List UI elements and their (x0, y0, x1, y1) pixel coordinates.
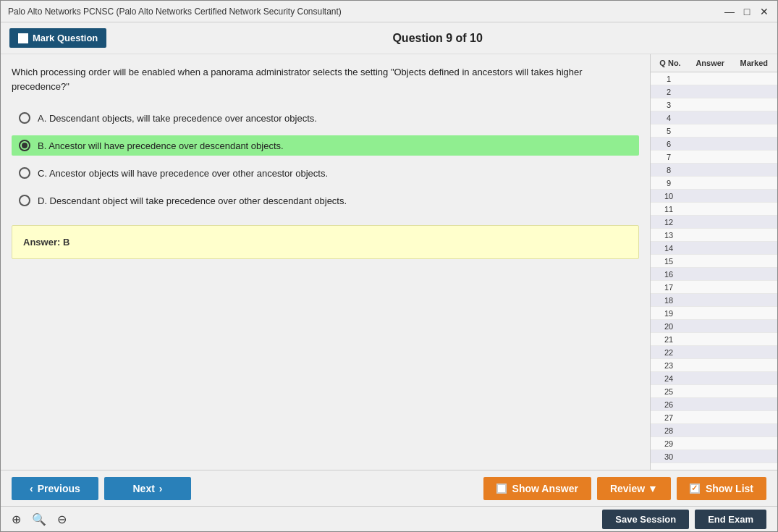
qlist-cell-num: 21 (651, 333, 687, 345)
qlist-row[interactable]: 5 (651, 124, 777, 138)
previous-button[interactable]: ‹ Previous (12, 477, 98, 500)
qlist-row[interactable]: 18 (651, 294, 777, 307)
mark-question-button[interactable]: Mark Question (9, 28, 106, 48)
qlist-cell-answer (687, 398, 732, 410)
qlist-row[interactable]: 10 (651, 190, 777, 203)
qlist-cell-num: 10 (651, 190, 687, 202)
qlist-cell-answer (687, 177, 732, 189)
qlist-row[interactable]: 27 (651, 411, 777, 424)
zoom-out-button[interactable]: ⊖ (57, 512, 67, 526)
qlist-cell-marked (732, 138, 778, 150)
qlist-cell-num: 1 (651, 72, 687, 85)
question-panel: Which processing order will be enabled w… (1, 54, 651, 470)
option-b[interactable]: B. Ancestor will have precedence over de… (12, 135, 639, 156)
qlist-cell-answer (687, 164, 732, 176)
qlist-row[interactable]: 3 (651, 98, 777, 111)
qlist-cell-marked (732, 372, 778, 384)
qlist-row[interactable]: 1 (651, 72, 777, 85)
qlist-row[interactable]: 26 (651, 398, 777, 411)
qlist-cell-answer (687, 124, 732, 137)
qlist-row[interactable]: 6 (651, 138, 777, 151)
qlist-cell-marked (732, 85, 778, 98)
qlist-cell-answer (687, 281, 732, 293)
qlist-cell-marked (732, 294, 778, 306)
option-d-radio[interactable] (19, 195, 30, 206)
qlist-cell-answer (687, 424, 732, 436)
option-b-radio[interactable] (19, 140, 30, 151)
qlist-cell-num: 25 (651, 385, 687, 397)
qlist-row[interactable]: 4 (651, 111, 777, 124)
qlist-cell-num: 26 (651, 398, 687, 410)
qlist-cell-marked (732, 307, 778, 319)
zoom-in-button[interactable]: ⊕ (12, 512, 21, 526)
question-list-panel: Q No. Answer Marked 12345678910111213141… (651, 54, 777, 470)
end-exam-button[interactable]: End Exam (695, 510, 766, 529)
option-c-radio[interactable] (19, 167, 30, 179)
qlist-row[interactable]: 8 (651, 164, 777, 177)
qlist-cell-answer (687, 98, 732, 111)
qlist-row[interactable]: 24 (651, 372, 777, 385)
zoom-reset-button[interactable]: 🔍 (32, 512, 46, 526)
qlist-cell-answer (687, 203, 732, 215)
option-a[interactable]: A. Descendant objects, will take precede… (12, 108, 639, 128)
option-d[interactable]: D. Descendant object will take precedenc… (12, 190, 639, 211)
qlist-cell-answer (687, 190, 732, 202)
mark-question-label: Mark Question (33, 33, 98, 43)
qlist-cell-marked (732, 333, 778, 345)
qlist-cell-answer (687, 216, 732, 228)
qlist-row[interactable]: 17 (651, 281, 777, 294)
show-answer-label: Show Answer (512, 483, 578, 494)
qlist-row[interactable]: 12 (651, 216, 777, 229)
qlist-row[interactable]: 13 (651, 229, 777, 242)
qlist-cell-num: 14 (651, 242, 687, 254)
qlist-row[interactable]: 2 (651, 85, 777, 98)
show-list-check-icon (690, 484, 700, 494)
qlist-row[interactable]: 11 (651, 203, 777, 216)
qlist-row[interactable]: 23 (651, 359, 777, 372)
show-answer-button[interactable]: Show Answer (483, 477, 591, 500)
qlist-row[interactable]: 20 (651, 320, 777, 333)
qlist-cell-num: 11 (651, 203, 687, 215)
qlist-row[interactable]: 7 (651, 151, 777, 164)
qlist-header: Q No. Answer Marked (651, 54, 777, 72)
qlist-row[interactable]: 21 (651, 333, 777, 346)
option-c-label: C. Ancestor objects will have precedence… (38, 168, 328, 179)
next-button[interactable]: Next › (104, 477, 191, 500)
qlist-cell-answer (687, 151, 732, 163)
show-answer-checkbox (496, 484, 507, 494)
show-list-button[interactable]: Show List (677, 477, 766, 500)
close-button[interactable]: ✕ (758, 6, 770, 17)
qlist-row[interactable]: 30 (651, 450, 777, 463)
save-session-button[interactable]: Save Session (602, 510, 689, 529)
review-label: Review (610, 483, 645, 494)
qlist-row[interactable]: 9 (651, 177, 777, 190)
qlist-row[interactable]: 16 (651, 268, 777, 281)
qlist-body[interactable]: 1234567891011121314151617181920212223242… (651, 72, 777, 470)
qlist-row[interactable]: 14 (651, 242, 777, 255)
option-c[interactable]: C. Ancestor objects will have precedence… (12, 163, 639, 183)
zoom-reset-icon: 🔍 (32, 513, 46, 525)
answer-box: Answer: B (12, 225, 639, 259)
qlist-row[interactable]: 28 (651, 424, 777, 437)
maximize-button[interactable]: □ (741, 6, 753, 17)
minimize-button[interactable]: — (724, 6, 735, 17)
qlist-row[interactable]: 29 (651, 437, 777, 450)
qlist-cell-num: 18 (651, 294, 687, 306)
qlist-header-answer: Answer (688, 57, 732, 69)
qlist-cell-num: 27 (651, 411, 687, 423)
qlist-row[interactable]: 15 (651, 255, 777, 268)
qlist-cell-marked (732, 255, 778, 267)
qlist-cell-num: 6 (651, 138, 687, 150)
review-button[interactable]: Review ▼ (597, 477, 671, 500)
qlist-cell-num: 8 (651, 164, 687, 176)
footer-right: Save Session End Exam (602, 510, 766, 529)
qlist-cell-answer (687, 359, 732, 371)
qlist-cell-answer (687, 111, 732, 124)
qlist-row[interactable]: 22 (651, 346, 777, 359)
option-a-radio[interactable] (19, 112, 30, 124)
content-area: Which processing order will be enabled w… (1, 54, 777, 470)
qlist-row[interactable]: 25 (651, 385, 777, 398)
options-list: A. Descendant objects, will take precede… (12, 108, 639, 211)
qlist-row[interactable]: 19 (651, 307, 777, 320)
qlist-cell-num: 4 (651, 111, 687, 124)
